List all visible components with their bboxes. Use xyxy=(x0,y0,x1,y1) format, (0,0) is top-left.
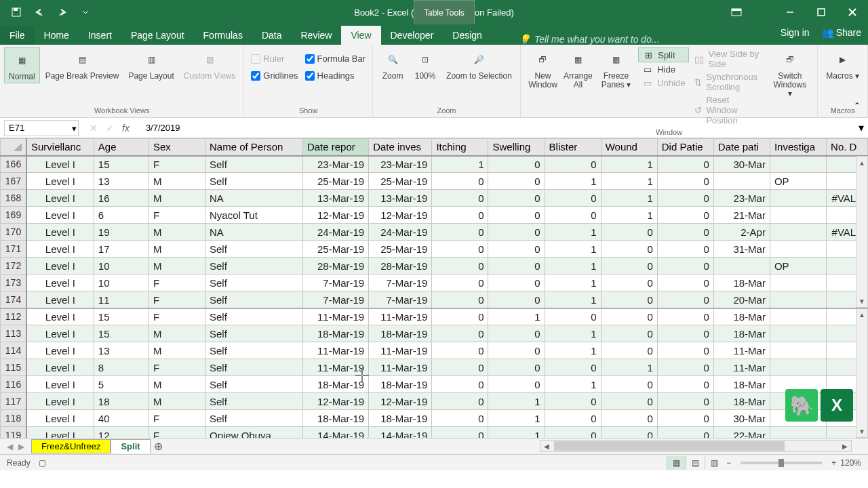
cell[interactable]: Self xyxy=(205,274,302,291)
cell[interactable]: 17 xyxy=(94,241,149,258)
cell[interactable]: Level I xyxy=(26,156,94,173)
row-header[interactable]: 174 xyxy=(1,291,27,308)
cell[interactable]: 0 xyxy=(657,258,713,274)
cell[interactable]: 18-Mar xyxy=(713,376,770,393)
table-tools-tab[interactable]: Table Tools xyxy=(414,0,475,24)
new-sheet-button[interactable]: ⊕ xyxy=(151,439,167,455)
cell[interactable] xyxy=(770,207,826,224)
minimize-button[interactable] xyxy=(774,0,806,24)
sheet-tab-split[interactable]: Split xyxy=(111,439,150,453)
cell[interactable] xyxy=(770,308,826,325)
cell[interactable]: 1 xyxy=(488,308,545,325)
cell[interactable]: 0 xyxy=(432,393,488,410)
cell[interactable]: 15 xyxy=(94,308,149,325)
cell[interactable]: 0 xyxy=(432,258,488,274)
cell[interactable]: Level I xyxy=(26,241,94,258)
cell[interactable]: 30-Mar xyxy=(713,410,770,427)
cell[interactable]: 16 xyxy=(94,190,149,207)
cell[interactable]: 19 xyxy=(94,224,149,241)
cell[interactable]: 1 xyxy=(545,258,601,274)
cell[interactable]: 14-Mar-19 xyxy=(369,427,432,439)
zoom-slider[interactable] xyxy=(741,462,822,464)
cell[interactable]: 2-Apr xyxy=(713,224,770,241)
cell[interactable]: 18-Mar-19 xyxy=(302,325,368,342)
col-surveillance[interactable]: Surviellanc xyxy=(26,139,94,156)
cell[interactable]: 0 xyxy=(657,274,713,291)
cell[interactable]: 18-Mar-19 xyxy=(302,410,368,427)
cell[interactable]: 25-Mar-19 xyxy=(302,173,368,190)
row-header[interactable]: 172 xyxy=(1,258,27,274)
sheet-tab-freeze[interactable]: Freez&Unfreez xyxy=(31,439,111,453)
cell[interactable]: M xyxy=(149,190,205,207)
cell[interactable]: 14-Mar-19 xyxy=(302,427,368,439)
headings-checkbox[interactable]: Headings xyxy=(302,68,369,83)
cell[interactable]: Self xyxy=(205,359,302,376)
cell[interactable]: 0 xyxy=(432,274,488,291)
col-name[interactable]: Name of Person xyxy=(205,139,302,156)
page-break-button[interactable]: ▤Page Break Preview xyxy=(41,47,123,82)
cell[interactable]: 0 xyxy=(601,393,657,410)
cell[interactable]: 0 xyxy=(432,190,488,207)
zoom-in-button[interactable]: + xyxy=(831,458,836,468)
cell[interactable]: 0 xyxy=(657,291,713,308)
cell[interactable]: 11-Mar-19 xyxy=(302,308,368,325)
row-header[interactable]: 168 xyxy=(1,190,27,207)
cell[interactable]: Opiew Obuya xyxy=(205,427,302,439)
scroll-up-icon[interactable]: ▲ xyxy=(856,308,867,321)
undo-button[interactable] xyxy=(28,3,50,22)
cell[interactable]: 0 xyxy=(545,207,601,224)
cell[interactable]: 12-Mar-19 xyxy=(302,207,368,224)
cell[interactable]: 18-Mar xyxy=(713,308,770,325)
unhide-button[interactable]: ▭Unhide xyxy=(638,76,689,89)
sign-in-link[interactable]: Sign in xyxy=(781,27,810,38)
cell[interactable]: 28-Mar-19 xyxy=(302,258,368,274)
tab-design[interactable]: Design xyxy=(443,26,492,45)
col-age[interactable]: Age xyxy=(94,139,149,156)
select-all-corner[interactable] xyxy=(1,139,27,156)
cell[interactable]: 1 xyxy=(488,410,545,427)
cell[interactable]: 0 xyxy=(601,291,657,308)
zoom-selection-button[interactable]: 🔎Zoom to Selection xyxy=(442,47,516,82)
switch-windows-button[interactable]: 🗗Switch Windows ▾ xyxy=(766,47,813,100)
cell[interactable]: 1 xyxy=(545,241,601,258)
cell[interactable]: 0 xyxy=(657,427,713,439)
insert-function-button[interactable]: fx xyxy=(122,123,130,134)
freeze-panes-button[interactable]: ▦Freeze Panes ▾ xyxy=(595,47,637,91)
cell[interactable]: 7-Mar-19 xyxy=(369,274,432,291)
row-header[interactable]: 116 xyxy=(1,376,27,393)
collapse-ribbon-button[interactable]: ˆ xyxy=(850,101,864,115)
row-header[interactable]: 169 xyxy=(1,207,27,224)
cell[interactable] xyxy=(770,291,826,308)
cell[interactable]: 10 xyxy=(94,258,149,274)
cell[interactable]: 12-Mar-19 xyxy=(369,207,432,224)
scroll-right-icon[interactable]: ▶ xyxy=(839,443,851,450)
cell[interactable]: 13 xyxy=(94,173,149,190)
cell[interactable]: F xyxy=(149,207,205,224)
cell[interactable]: M xyxy=(149,241,205,258)
arrange-all-button[interactable]: ▦Arrange All xyxy=(562,47,594,91)
cell[interactable]: Level I xyxy=(26,427,94,439)
qat-customize[interactable] xyxy=(75,3,96,22)
close-button[interactable] xyxy=(837,0,868,24)
cell[interactable]: M xyxy=(149,342,205,359)
cell[interactable]: 7-Mar-19 xyxy=(369,291,432,308)
cell[interactable]: 18-Mar xyxy=(713,274,770,291)
cell[interactable]: 11-Mar-19 xyxy=(369,308,432,325)
col-sex[interactable]: Sex xyxy=(149,139,205,156)
col-did-patient[interactable]: Did Patie xyxy=(657,139,713,156)
cell[interactable] xyxy=(770,342,826,359)
cell[interactable]: F xyxy=(149,359,205,376)
cell[interactable]: 0 xyxy=(432,291,488,308)
cell[interactable]: 0 xyxy=(488,291,545,308)
cell[interactable]: Self xyxy=(205,173,302,190)
zoom-level[interactable]: 120% xyxy=(840,458,861,468)
col-no-d[interactable]: No. D xyxy=(827,139,868,156)
cell[interactable]: Self xyxy=(205,376,302,393)
cell[interactable]: OP xyxy=(770,173,826,190)
cell[interactable]: 11-Mar-19 xyxy=(302,359,368,376)
cell[interactable]: 0 xyxy=(432,342,488,359)
cell[interactable]: 15 xyxy=(94,325,149,342)
cell[interactable]: Level I xyxy=(26,410,94,427)
cell[interactable]: NA xyxy=(205,190,302,207)
cell[interactable]: 0 xyxy=(432,224,488,241)
